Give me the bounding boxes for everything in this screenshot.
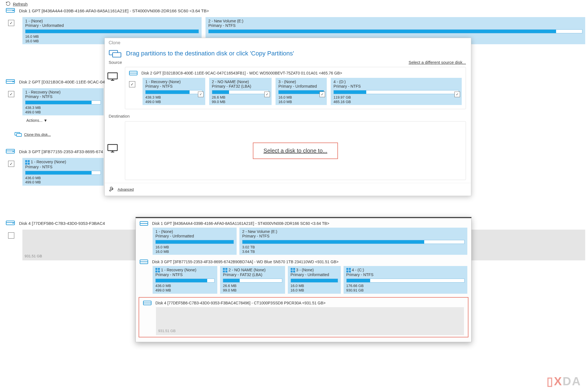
used-size: 438.3 MB [25, 106, 101, 110]
partition-type: Primary - NTFS [242, 234, 465, 238]
partition-checkbox[interactable] [264, 92, 270, 97]
total-size: 16.0 MB [291, 288, 338, 293]
partition-type: Primary - FAT32 (LBA) [223, 272, 282, 277]
partition-type: Primary - Unformatted [155, 234, 234, 238]
usage-bar [278, 90, 324, 94]
advanced-link[interactable]: Advanced [118, 187, 134, 192]
select-destination-link[interactable]: Select a disk to clone to... [253, 143, 338, 159]
svg-rect-12 [108, 73, 117, 79]
partition-type: Primary - Unformatted [278, 84, 324, 88]
partition-type: Primary - NTFS [208, 23, 582, 28]
disk-checkbox[interactable] [8, 232, 14, 239]
disk-icon [6, 7, 15, 15]
partition-name: 3 - (None) [278, 80, 324, 84]
partition-name: 2 - New Volume (E:) [242, 229, 465, 234]
partition-name: 3 - (None) [291, 268, 338, 272]
total-size: 499.0 MB [155, 288, 214, 293]
usage-bar [223, 279, 282, 283]
partition-type: Primary - NTFS [155, 272, 214, 277]
partition: 3 - (None) Primary - Unformatted 16.0 MB… [288, 266, 341, 293]
partition-type: Primary - Unformatted [25, 23, 199, 28]
partition[interactable]: 2 - NO NAME (None) Primary - FAT32 (LBA)… [209, 78, 272, 105]
svg-rect-5 [17, 134, 22, 136]
usage-bar [155, 279, 214, 283]
usage-bar [25, 101, 101, 104]
usage-bar [25, 29, 199, 33]
clone-this-disk-link[interactable]: Clone this disk... [24, 132, 51, 137]
partition[interactable]: 1 - Recovery (None) Primary - NTFS 438.3… [22, 88, 104, 115]
windows-icon [25, 160, 30, 165]
used-size: 436.0 MB [25, 176, 101, 180]
modal-heading: Drag partitions to the destination disk … [126, 50, 294, 57]
disk-icon [129, 70, 137, 76]
used-size: 26.6 MB [223, 284, 282, 288]
disk-title: Disk 4 [77DEF5B6-C7B3-43D0-9353-F3BAC4 [19, 221, 105, 226]
used-size: 436.0 MB [155, 284, 214, 288]
partition: 2 - NO NAME (None) Primary - FAT32 (LBA)… [220, 266, 285, 293]
partition: 1 - (None) Primary - Unformatted 16.0 MB… [153, 228, 237, 255]
total-size: 16.0 MB [278, 100, 324, 104]
disk-icon [140, 259, 148, 265]
used-size: 176.66 GB [346, 284, 465, 288]
partition[interactable]: 1 - Recovery (None) Primary - NTFS 438.3… [143, 78, 205, 105]
select-different-source-link[interactable]: Select a different source disk... [409, 60, 466, 65]
partition-type: Primary - NTFS [145, 84, 202, 88]
svg-rect-11 [113, 53, 121, 57]
disk-option[interactable]: Disk 3 GPT [3FB77155-2353-4F33-8695-6742… [136, 256, 471, 295]
disk-icon [143, 300, 151, 306]
destination-panel: Select a disk to clone to... [125, 121, 466, 180]
monitor-icon [107, 144, 118, 154]
disk-title: Disk 2 GPT [D321B3C8-400E-11EE-9CAC-04 [19, 80, 105, 84]
total-size: 99.0 MB [212, 100, 269, 104]
partition-type: Primary - NTFS [333, 84, 459, 88]
watermark: ▯XDA [547, 374, 581, 388]
partition-checkbox[interactable] [454, 92, 460, 97]
used-size: 16.0 MB [155, 245, 234, 249]
usage-bar [145, 90, 202, 94]
partition-name: 1 - Recovery (None) [145, 80, 202, 84]
source-disk-panel: Disk 2 GPT [D321B3C8-400E-11EE-9CAC-047C… [125, 67, 466, 109]
partition-name: 1 - Recovery (None) [155, 268, 214, 272]
used-size: 16.0 MB [278, 95, 324, 100]
windows-icon [155, 268, 160, 272]
disk-title: Disk 1 GPT [8436A4A4-039B-4166-AFA0-8A5A… [19, 8, 209, 13]
used-size: 26.6 MB [212, 95, 269, 100]
clone-icon [109, 49, 122, 58]
disk-checkbox[interactable] [8, 161, 14, 167]
partition: 2 - New Volume (E:) Primary - NTFS 3.02 … [239, 228, 467, 255]
disk-icon [6, 78, 15, 86]
partition-name: 1 - (None) [25, 19, 199, 23]
total-size: 99.0 MB [223, 288, 282, 293]
disk-checkbox[interactable] [8, 20, 14, 26]
monitor-icon [107, 72, 118, 82]
disk-icon [6, 148, 15, 156]
windows-icon [223, 268, 227, 272]
wrench-icon [109, 186, 115, 193]
used-size: 438.3 MB [145, 95, 202, 100]
total-size: 499.0 MB [25, 180, 101, 185]
disk-title: Disk 3 GPT [3FB77155-2353-4F33-8695-6742… [152, 260, 339, 264]
partition[interactable]: 1 - Recovery (None) Primary - NTFS 436.0… [22, 158, 104, 185]
disk-option-highlighted[interactable]: Disk 4 [77DEF5B6-C7B3-43D0-9353-F3BAC4C7… [139, 297, 468, 337]
destination-label: Destination [105, 112, 471, 119]
unallocated-space: 931.51 GB [156, 307, 464, 335]
disk-checkbox[interactable] [8, 91, 14, 97]
used-size: 119.97 GB [333, 95, 459, 100]
source-disk-checkbox[interactable] [129, 81, 135, 87]
disk-option[interactable]: Disk 1 GPT [8436A4A4-039B-4166-AFA0-8A5A… [136, 218, 471, 256]
partition-name: 2 - NO NAME (None) [212, 80, 269, 84]
total-size: 16.0 MB [155, 249, 234, 254]
usage-bar [242, 240, 465, 244]
partition[interactable]: 4 - (D:) Primary - NTFS 119.97 GB465.16 … [331, 78, 462, 105]
usage-bar [291, 279, 338, 283]
partition-name: 1 - Recovery (None) [25, 90, 101, 94]
total-size: 499.0 MB [25, 110, 101, 115]
windows-icon [346, 268, 351, 272]
partition-checkbox[interactable] [319, 92, 325, 97]
partition-checkbox[interactable] [198, 92, 204, 97]
disk-title: Disk 4 [77DEF5B6-C7B3-43D0-9353-F3BAC4C7… [155, 301, 326, 305]
partition-type: Primary - NTFS [25, 165, 101, 169]
partition[interactable]: 3 - (None) Primary - Unformatted 16.0 MB… [276, 78, 327, 105]
usage-bar [155, 240, 234, 244]
partition-name: 2 - New Volume (E:) [208, 19, 582, 23]
